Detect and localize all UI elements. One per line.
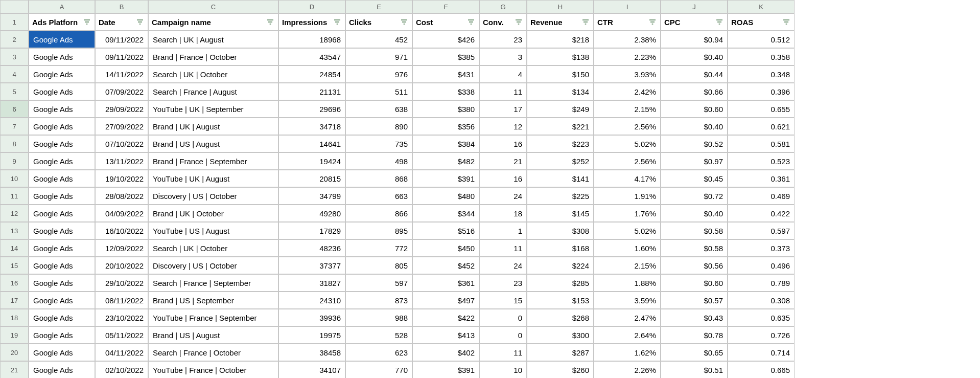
ctr-cell[interactable]: 3.59% bbox=[594, 292, 661, 309]
clicks-cell[interactable]: 770 bbox=[345, 361, 412, 378]
campaign-cell[interactable]: Search | France | October bbox=[148, 344, 278, 361]
platform-cell[interactable]: Google Ads bbox=[29, 187, 95, 205]
platform-cell[interactable]: Google Ads bbox=[29, 152, 95, 170]
impressions-cell[interactable]: 24854 bbox=[278, 65, 345, 83]
ctr-cell[interactable]: 2.26% bbox=[594, 361, 661, 378]
cpc-cell[interactable]: $0.72 bbox=[661, 187, 728, 205]
revenue-cell[interactable]: $218 bbox=[527, 31, 594, 48]
conv-cell[interactable]: 24 bbox=[479, 187, 527, 205]
revenue-cell[interactable]: $249 bbox=[527, 100, 594, 118]
revenue-cell[interactable]: $225 bbox=[527, 187, 594, 205]
impressions-cell[interactable]: 34799 bbox=[278, 187, 345, 205]
date-cell[interactable]: 13/11/2022 bbox=[95, 152, 148, 170]
cost-cell[interactable]: $422 bbox=[412, 309, 479, 326]
row-header-5[interactable]: 5 bbox=[0, 83, 29, 100]
revenue-cell[interactable]: $224 bbox=[527, 257, 594, 274]
revenue-cell[interactable]: $150 bbox=[527, 65, 594, 83]
platform-cell[interactable]: Google Ads bbox=[29, 170, 95, 187]
ctr-cell[interactable]: 2.47% bbox=[594, 309, 661, 326]
row-header-10[interactable]: 10 bbox=[0, 170, 29, 187]
revenue-cell[interactable]: $168 bbox=[527, 239, 594, 257]
roas-cell[interactable]: 0.512 bbox=[728, 31, 795, 48]
platform-cell[interactable]: Google Ads bbox=[29, 100, 95, 118]
filter-icon[interactable] bbox=[782, 17, 791, 27]
clicks-cell[interactable]: 866 bbox=[345, 205, 412, 222]
campaign-cell[interactable]: Search | UK | October bbox=[148, 239, 278, 257]
clicks-cell[interactable]: 498 bbox=[345, 152, 412, 170]
ctr-cell[interactable]: 1.60% bbox=[594, 239, 661, 257]
cpc-cell[interactable]: $0.65 bbox=[661, 344, 728, 361]
cpc-cell[interactable]: $0.78 bbox=[661, 326, 728, 344]
revenue-cell[interactable]: $141 bbox=[527, 170, 594, 187]
roas-cell[interactable]: 0.655 bbox=[728, 100, 795, 118]
cost-cell[interactable]: $361 bbox=[412, 274, 479, 292]
column-header-F[interactable]: F bbox=[412, 0, 479, 13]
header-cell-impressions[interactable]: Impressions bbox=[278, 13, 345, 31]
platform-cell[interactable]: Google Ads bbox=[29, 239, 95, 257]
platform-cell[interactable]: Google Ads bbox=[29, 309, 95, 326]
conv-cell[interactable]: 21 bbox=[479, 152, 527, 170]
campaign-cell[interactable]: Brand | US | September bbox=[148, 292, 278, 309]
platform-cell[interactable]: Google Ads bbox=[29, 135, 95, 152]
impressions-cell[interactable]: 19424 bbox=[278, 152, 345, 170]
impressions-cell[interactable]: 43547 bbox=[278, 48, 345, 65]
roas-cell[interactable]: 0.496 bbox=[728, 257, 795, 274]
cpc-cell[interactable]: $0.97 bbox=[661, 152, 728, 170]
conv-cell[interactable]: 4 bbox=[479, 65, 527, 83]
filter-icon[interactable] bbox=[581, 17, 590, 27]
impressions-cell[interactable]: 14641 bbox=[278, 135, 345, 152]
cpc-cell[interactable]: $0.60 bbox=[661, 100, 728, 118]
ctr-cell[interactable]: 1.91% bbox=[594, 187, 661, 205]
roas-cell[interactable]: 0.358 bbox=[728, 48, 795, 65]
campaign-cell[interactable]: Discovery | US | October bbox=[148, 257, 278, 274]
impressions-cell[interactable]: 48236 bbox=[278, 239, 345, 257]
ctr-cell[interactable]: 3.93% bbox=[594, 65, 661, 83]
row-header-7[interactable]: 7 bbox=[0, 118, 29, 135]
corner-cell[interactable] bbox=[0, 0, 29, 13]
revenue-cell[interactable]: $223 bbox=[527, 135, 594, 152]
conv-cell[interactable]: 12 bbox=[479, 118, 527, 135]
date-cell[interactable]: 28/08/2022 bbox=[95, 187, 148, 205]
campaign-cell[interactable]: Brand | US | August bbox=[148, 135, 278, 152]
row-header-18[interactable]: 18 bbox=[0, 309, 29, 326]
date-cell[interactable]: 09/11/2022 bbox=[95, 48, 148, 65]
campaign-cell[interactable]: Discovery | US | October bbox=[148, 187, 278, 205]
campaign-cell[interactable]: Brand | France | October bbox=[148, 48, 278, 65]
date-cell[interactable]: 14/11/2022 bbox=[95, 65, 148, 83]
platform-cell[interactable]: Google Ads bbox=[29, 361, 95, 378]
date-cell[interactable]: 29/10/2022 bbox=[95, 274, 148, 292]
impressions-cell[interactable]: 29696 bbox=[278, 100, 345, 118]
platform-cell[interactable]: Google Ads bbox=[29, 65, 95, 83]
cpc-cell[interactable]: $0.60 bbox=[661, 274, 728, 292]
roas-cell[interactable]: 0.373 bbox=[728, 239, 795, 257]
revenue-cell[interactable]: $260 bbox=[527, 361, 594, 378]
header-cell-cpc[interactable]: CPC bbox=[661, 13, 728, 31]
revenue-cell[interactable]: $153 bbox=[527, 292, 594, 309]
row-header-6[interactable]: 6 bbox=[0, 100, 29, 118]
clicks-cell[interactable]: 890 bbox=[345, 118, 412, 135]
date-cell[interactable]: 27/09/2022 bbox=[95, 118, 148, 135]
clicks-cell[interactable]: 868 bbox=[345, 170, 412, 187]
ctr-cell[interactable]: 2.42% bbox=[594, 83, 661, 100]
conv-cell[interactable]: 0 bbox=[479, 309, 527, 326]
cost-cell[interactable]: $380 bbox=[412, 100, 479, 118]
clicks-cell[interactable]: 971 bbox=[345, 48, 412, 65]
impressions-cell[interactable]: 20815 bbox=[278, 170, 345, 187]
clicks-cell[interactable]: 452 bbox=[345, 31, 412, 48]
date-cell[interactable]: 04/09/2022 bbox=[95, 205, 148, 222]
impressions-cell[interactable]: 31827 bbox=[278, 274, 345, 292]
cost-cell[interactable]: $480 bbox=[412, 187, 479, 205]
header-cell-cost[interactable]: Cost bbox=[412, 13, 479, 31]
clicks-cell[interactable]: 805 bbox=[345, 257, 412, 274]
filter-icon[interactable] bbox=[400, 17, 409, 27]
cost-cell[interactable]: $413 bbox=[412, 326, 479, 344]
row-header-12[interactable]: 12 bbox=[0, 205, 29, 222]
cost-cell[interactable]: $338 bbox=[412, 83, 479, 100]
cpc-cell[interactable]: $0.57 bbox=[661, 292, 728, 309]
roas-cell[interactable]: 0.597 bbox=[728, 222, 795, 239]
cpc-cell[interactable]: $0.51 bbox=[661, 361, 728, 378]
campaign-cell[interactable]: Brand | UK | October bbox=[148, 205, 278, 222]
row-header-8[interactable]: 8 bbox=[0, 135, 29, 152]
ctr-cell[interactable]: 2.15% bbox=[594, 100, 661, 118]
header-cell-revenue[interactable]: Revenue bbox=[527, 13, 594, 31]
